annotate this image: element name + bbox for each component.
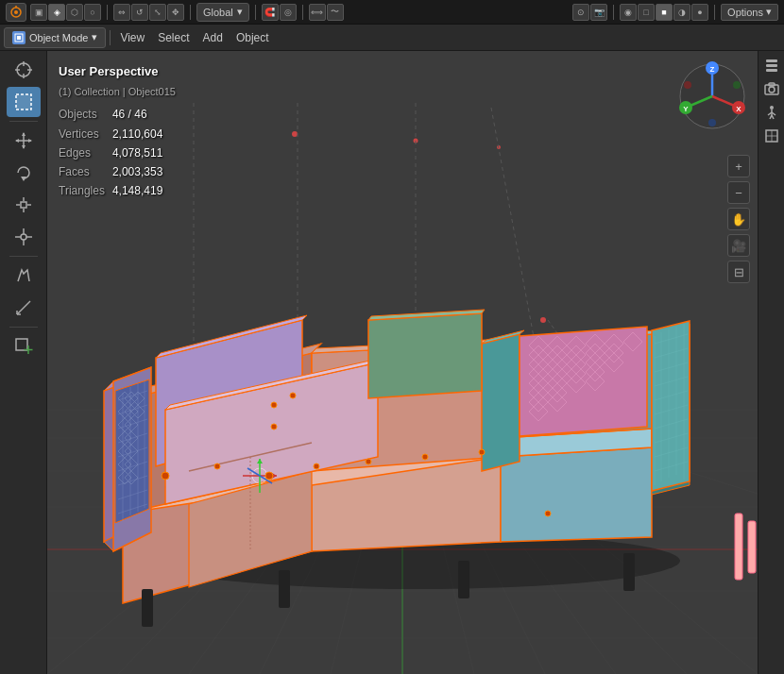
sep5 xyxy=(613,5,614,20)
annotate-tool[interactable] xyxy=(7,261,41,291)
overlay-icon[interactable]: ◉ xyxy=(620,4,637,21)
shading-icons-group: ⊙ 📷 xyxy=(572,4,607,21)
cursor-tool[interactable] xyxy=(7,55,41,85)
svg-point-130 xyxy=(271,424,277,430)
svg-rect-18 xyxy=(21,202,26,208)
rotate-icon[interactable]: ↺ xyxy=(131,4,148,21)
top-bar-left: ▣ ◈ ⬡ ○ ⇔ ↺ ⤡ ✥ Global ▾ 🧲 ◎ ⟺ 〜 xyxy=(6,3,344,22)
ortho-icon[interactable] xyxy=(761,126,782,146)
tool-sep2 xyxy=(9,256,38,257)
svg-rect-149 xyxy=(766,69,777,72)
move-icon[interactable]: ⇔ xyxy=(113,4,130,21)
svg-marker-100 xyxy=(482,334,520,471)
mirror-icon[interactable]: ⟺ xyxy=(309,4,326,21)
svg-marker-13 xyxy=(22,132,26,136)
select-icon[interactable]: ◈ xyxy=(48,4,65,21)
transform-tool[interactable] xyxy=(7,222,41,252)
options-button[interactable]: Options ▾ xyxy=(721,4,778,21)
svg-point-126 xyxy=(422,454,428,460)
sep1 xyxy=(107,5,108,20)
menu-add[interactable]: Add xyxy=(197,27,229,48)
svg-rect-31 xyxy=(16,339,27,350)
svg-rect-148 xyxy=(766,64,777,67)
svg-point-124 xyxy=(314,463,319,469)
material-icon[interactable]: ◑ xyxy=(673,4,690,21)
svg-point-127 xyxy=(479,449,485,455)
viewport-shading-icon[interactable]: ⊙ xyxy=(572,4,589,21)
proportional-icon[interactable]: ◎ xyxy=(280,4,297,21)
circle-select-icon[interactable]: ○ xyxy=(84,4,101,21)
layers-icon[interactable] xyxy=(761,55,782,76)
select-box-tool[interactable] xyxy=(7,87,41,117)
camera-icon[interactable] xyxy=(761,78,782,99)
svg-point-123 xyxy=(265,472,273,480)
lasso-icon[interactable]: ⬡ xyxy=(66,4,83,21)
sep6 xyxy=(714,5,715,20)
mode-icon xyxy=(12,31,26,44)
svg-point-128 xyxy=(545,511,551,516)
menu-select[interactable]: Select xyxy=(152,27,195,48)
nav-controls: + − ✋ 🎥 ⊟ xyxy=(727,155,750,283)
transform-icons-group: ⇔ ↺ ⤡ ✥ xyxy=(113,4,184,21)
svg-point-121 xyxy=(162,472,169,480)
measure-tool[interactable] xyxy=(7,293,41,323)
svg-rect-113 xyxy=(458,561,469,598)
transform-icon[interactable]: ✥ xyxy=(167,4,184,21)
svg-point-23 xyxy=(21,234,26,240)
svg-rect-114 xyxy=(623,553,635,591)
menu-view[interactable]: View xyxy=(114,27,150,48)
global-dropdown[interactable]: Global ▾ xyxy=(196,3,249,22)
menu-object[interactable]: Object xyxy=(230,27,275,48)
select-box-icon[interactable]: ▣ xyxy=(30,4,47,21)
object-mode-dropdown[interactable]: Object Mode ▾ xyxy=(4,27,106,48)
wireframe-icon[interactable]: □ xyxy=(638,4,655,21)
svg-rect-147 xyxy=(766,59,777,62)
snap-icon[interactable]: 🧲 xyxy=(262,4,279,21)
sep4 xyxy=(302,5,303,20)
camera-nav-btn[interactable]: 🎥 xyxy=(727,234,750,257)
svg-point-131 xyxy=(290,393,296,398)
mode-icons-group: ▣ ◈ ⬡ ○ xyxy=(30,4,101,21)
svg-line-158 xyxy=(772,115,774,119)
add-object-tool[interactable] xyxy=(7,331,41,362)
menu-toolbar: Object Mode ▾ View Select Add Object xyxy=(0,25,784,51)
top-bar-right: ⊙ 📷 ◉ □ ■ ◑ ● Options ▾ xyxy=(572,4,778,21)
viewport[interactable]: User Perspective (1) Collection | Object… xyxy=(47,51,758,674)
rotate-tool[interactable] xyxy=(7,158,41,188)
zoom-in-btn[interactable]: + xyxy=(727,155,750,177)
walk-mode-icon[interactable] xyxy=(761,102,782,123)
svg-rect-112 xyxy=(279,570,290,608)
svg-line-28 xyxy=(17,301,30,314)
sep2 xyxy=(190,5,191,20)
curve-icon[interactable]: 〜 xyxy=(327,4,344,21)
right-sidebar xyxy=(758,51,784,674)
svg-rect-132 xyxy=(735,514,742,580)
svg-marker-107 xyxy=(368,313,482,398)
camera-perspective-icon[interactable]: 📷 xyxy=(590,4,607,21)
svg-marker-15 xyxy=(15,139,19,143)
svg-marker-71 xyxy=(501,447,652,542)
move-tool[interactable] xyxy=(7,126,41,156)
zoom-out-btn[interactable]: − xyxy=(727,181,750,204)
svg-marker-16 xyxy=(28,139,32,143)
svg-point-153 xyxy=(770,106,774,110)
tool-sep3 xyxy=(9,327,38,328)
scale-tool[interactable] xyxy=(7,190,41,220)
hand-pan-btn[interactable]: ✋ xyxy=(727,208,750,230)
svg-point-151 xyxy=(769,87,775,93)
svg-rect-111 xyxy=(142,589,153,627)
left-sidebar xyxy=(0,51,47,674)
extra-icons-group: ⟺ 〜 xyxy=(309,4,344,21)
ortho-toggle-btn[interactable]: ⊟ xyxy=(727,261,750,283)
svg-rect-4 xyxy=(17,36,21,40)
svg-marker-14 xyxy=(22,145,26,149)
top-bar: ▣ ◈ ⬡ ○ ⇔ ↺ ⤡ ✥ Global ▾ 🧲 ◎ ⟺ 〜 xyxy=(0,0,784,25)
svg-point-125 xyxy=(366,459,371,464)
tool-sep1 xyxy=(9,121,38,122)
svg-rect-10 xyxy=(16,94,31,110)
render-icon[interactable]: ● xyxy=(691,4,708,21)
scale-icon[interactable]: ⤡ xyxy=(149,4,166,21)
svg-point-122 xyxy=(214,463,220,469)
blender-logo[interactable] xyxy=(6,3,26,22)
solid-icon[interactable]: ■ xyxy=(656,4,673,21)
